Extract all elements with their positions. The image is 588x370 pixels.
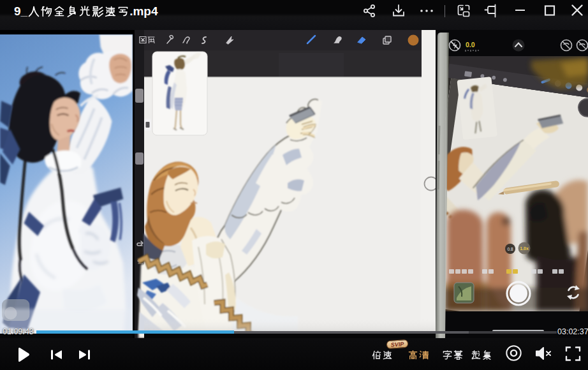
svg-text:0.0: 0.0 xyxy=(466,41,475,48)
svg-text:0.8: 0.8 xyxy=(507,247,513,251)
svg-text:1.0x: 1.0x xyxy=(520,246,529,251)
